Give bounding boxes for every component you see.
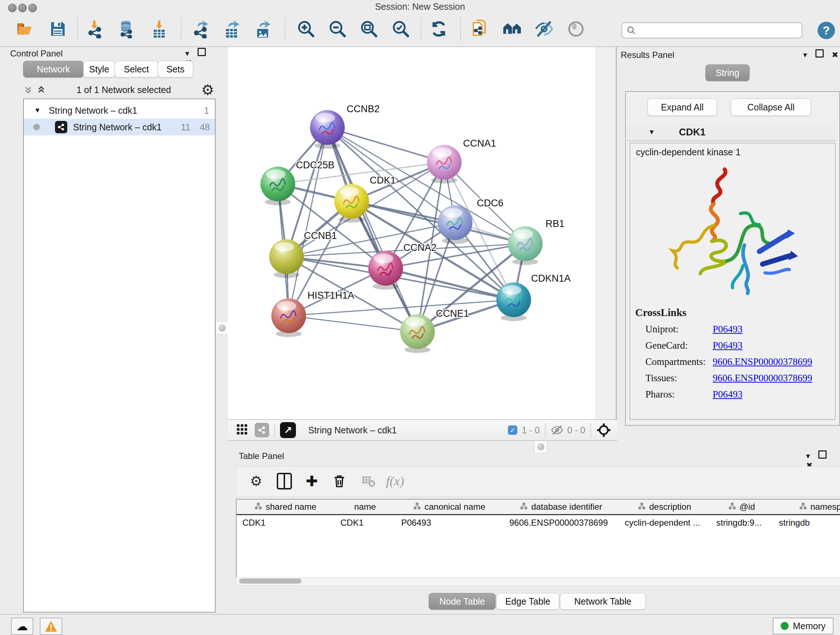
crosslink-link[interactable]: P06493 — [713, 324, 743, 335]
column-header-database-identifier[interactable]: database identifier — [504, 500, 619, 515]
column-header-namespace[interactable]: namespace — [773, 500, 840, 515]
warnings-icon[interactable] — [40, 618, 62, 635]
column-type-tree-icon — [520, 502, 527, 512]
import-network-icon[interactable] — [85, 17, 106, 41]
crosslink-link[interactable]: P06493 — [713, 340, 743, 351]
network-node-RB1[interactable] — [508, 226, 543, 265]
zoom-selected-icon[interactable] — [391, 17, 411, 41]
selected-checkbox-icon[interactable]: ✓ — [508, 425, 517, 435]
home-networks-icon[interactable] — [502, 17, 523, 41]
title-bar: Session: New Session — [0, 0, 840, 13]
zoom-out-icon[interactable] — [327, 17, 347, 41]
export-image-icon[interactable] — [253, 17, 273, 41]
toolbar-separator — [77, 18, 78, 40]
table-cell[interactable]: CDK1 — [335, 515, 395, 530]
expand-all-button[interactable]: Expand All — [647, 98, 717, 116]
delete-column-icon[interactable] — [328, 470, 351, 493]
panel-float-icon[interactable] — [818, 450, 827, 459]
zoom-fit-icon[interactable] — [359, 17, 379, 41]
export-network-icon[interactable] — [191, 17, 211, 41]
network-collection-row[interactable]: ▼ String Network – cdk1 1 — [24, 102, 215, 119]
scrollbar-thumb[interactable] — [239, 578, 302, 584]
column-header-name[interactable]: name — [335, 500, 396, 515]
column-header-description[interactable]: description — [619, 500, 711, 515]
node-table[interactable]: shared nameCDK1nameCDK1canonical nameP06… — [236, 499, 840, 578]
collection-expander-icon[interactable]: ▼ — [34, 106, 41, 114]
table-cell[interactable]: stringdb:9... — [711, 515, 773, 530]
tab-string[interactable]: String — [706, 65, 750, 81]
tab-sets[interactable]: Sets — [158, 61, 193, 78]
detach-view-icon[interactable]: ↗ — [280, 422, 296, 438]
network-node-CDC25B[interactable] — [261, 166, 295, 205]
tab-network[interactable]: Network — [23, 61, 84, 78]
birdseye-view-icon[interactable] — [566, 17, 586, 41]
collapse-all-button[interactable]: Collapse All — [731, 98, 811, 116]
network-canvas[interactable]: CCNB2CCNA1CDC25BCDK1CDC6RB1CCNB1CCNA2CDK… — [228, 47, 595, 419]
zoom-in-icon[interactable] — [296, 17, 316, 41]
import-table-icon[interactable] — [149, 17, 169, 41]
open-session-icon[interactable] — [15, 17, 35, 41]
network-node-CCNB1[interactable] — [269, 239, 304, 278]
network-edge-CCNA2-CDKN1A[interactable] — [386, 268, 514, 300]
expand-all-chevrons-icon[interactable] — [23, 85, 33, 95]
collapse-all-chevrons-icon[interactable] — [36, 85, 46, 95]
network-node-CCNE1[interactable] — [400, 314, 435, 353]
column-header-canonical-name[interactable]: canonical name — [395, 500, 504, 515]
column-header--id[interactable]: @id — [711, 500, 774, 515]
memory-button[interactable]: Memory — [773, 618, 834, 634]
network-options-gear-icon[interactable]: ⚙ — [201, 81, 214, 98]
create-column-icon[interactable]: ✚ — [301, 470, 323, 493]
tab-style[interactable]: Style — [83, 61, 115, 78]
tab-select[interactable]: Select — [115, 61, 158, 78]
apply-layout-icon[interactable] — [429, 17, 449, 41]
crosslink-link[interactable]: 9606.ENSP00000378699 — [713, 372, 812, 384]
network-edge-HIST1H1A-CCNE1[interactable] — [289, 316, 417, 332]
panel-float-icon[interactable] — [197, 48, 206, 56]
cloud-status-icon[interactable]: ☁ — [11, 618, 33, 635]
gene-section-header[interactable]: ▼ CDK1 — [627, 124, 836, 141]
center-view-crosshair-icon[interactable] — [596, 423, 611, 438]
panel-close-icon[interactable]: ✖ — [832, 50, 838, 60]
crosslink-link[interactable]: 9606.ENSP00000378699 — [713, 356, 812, 367]
search-input[interactable] — [636, 25, 793, 35]
search-field[interactable] — [622, 22, 802, 38]
panel-collapse-icon[interactable]: ▾ — [803, 50, 807, 60]
network-edge-CCNB2-CCNA1[interactable] — [327, 127, 444, 162]
network-node-CCNB2[interactable] — [310, 110, 345, 149]
table-cell[interactable]: CDK1 — [237, 515, 335, 530]
table-cell[interactable]: cyclin-dependent ... — [619, 515, 711, 530]
tab-network-table[interactable]: Network Table — [560, 593, 646, 610]
column-header-shared-name[interactable]: shared name — [237, 500, 335, 515]
save-session-icon[interactable] — [48, 17, 68, 41]
network-node-CCNA2[interactable] — [368, 251, 403, 290]
export-table-icon[interactable] — [221, 17, 242, 41]
show-columns-icon[interactable] — [273, 470, 295, 493]
clone-network-icon[interactable] — [470, 17, 491, 41]
network-edge-CCNB2-CCNE1[interactable] — [327, 127, 417, 332]
grid-view-icon[interactable] — [236, 423, 248, 437]
panel-float-icon[interactable] — [815, 49, 824, 57]
tab-node-table[interactable]: Node Table — [429, 593, 496, 610]
crosslink-link[interactable]: P06493 — [713, 389, 743, 400]
panel-collapse-icon[interactable]: ▾ — [185, 49, 189, 58]
network-share-view-icon[interactable] — [255, 423, 269, 437]
help-icon[interactable]: ? — [818, 22, 835, 39]
network-edge-CCNB2-HIST1H1A[interactable] — [289, 127, 327, 316]
tab-edge-table[interactable]: Edge Table — [496, 593, 559, 610]
hide-graphics-details-icon[interactable] — [534, 17, 554, 41]
section-expander-icon[interactable]: ▼ — [648, 128, 655, 136]
network-node-label-RB1: RB1 — [546, 218, 565, 229]
table-cell[interactable]: 9606.ENSP00000378699 — [504, 515, 619, 530]
table-horizontal-scrollbar[interactable] — [236, 577, 840, 586]
panel-collapse-icon[interactable]: ▾ — [806, 451, 810, 461]
table-cell[interactable]: stringdb — [773, 515, 840, 530]
network-node-CCNA1[interactable] — [427, 145, 462, 184]
table-settings-gear-icon[interactable]: ⚙ — [245, 470, 267, 493]
network-row[interactable]: String Network – cdk1 11 48 — [24, 119, 215, 135]
network-node-HIST1H1A[interactable] — [271, 298, 306, 337]
network-edge-CDKN1A-HIST1H1A[interactable] — [289, 300, 514, 316]
table-cell[interactable]: P06493 — [395, 515, 504, 530]
network-node-CDKN1A[interactable] — [496, 282, 531, 321]
left-splitter-handle[interactable] — [216, 321, 229, 334]
import-network-from-database-icon[interactable] — [116, 17, 136, 41]
